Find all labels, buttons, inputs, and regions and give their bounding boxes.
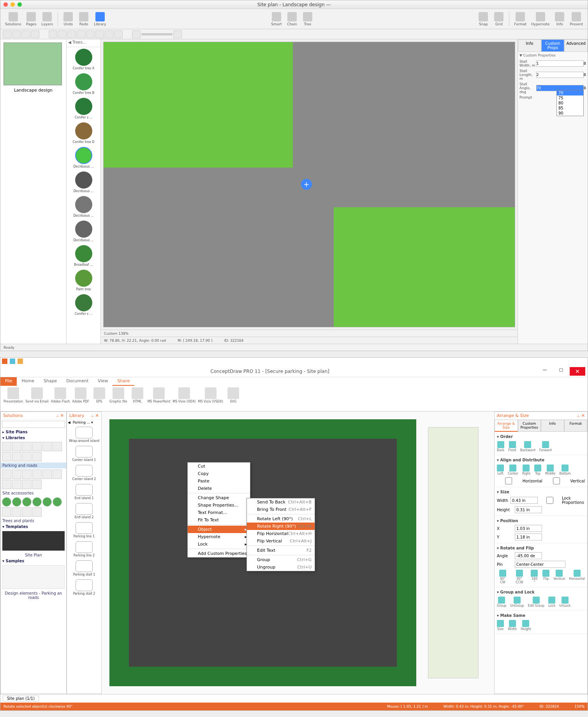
add-icon[interactable]: + [301, 179, 312, 190]
icon-button[interactable]: Back [497, 441, 504, 452]
angle-option[interactable]: 70 [557, 90, 583, 95]
ribbon-button[interactable]: MS Visio (VSDX) [198, 387, 223, 403]
tab-custom[interactable]: Custom Properties [518, 420, 541, 432]
tool-e[interactable] [86, 30, 95, 38]
icon-button[interactable]: Left [497, 464, 504, 475]
pin-select[interactable] [515, 561, 565, 568]
minimize-icon[interactable]: — [537, 367, 553, 376]
library-item[interactable]: Conifer tree A [67, 47, 100, 72]
page-tab[interactable]: Site plan (1/1) [3, 696, 39, 701]
library-item[interactable]: Parking line 2 [67, 540, 101, 559]
tab-info[interactable]: Info [518, 39, 541, 52]
tab-format[interactable]: Format [564, 420, 588, 432]
icon-button[interactable]: Backward [520, 441, 535, 452]
library-item[interactable]: Conifer tree D [67, 121, 100, 145]
tool-c[interactable] [67, 30, 76, 38]
ribbon-button[interactable]: EPS [92, 387, 107, 403]
icon-button[interactable]: Size [497, 620, 504, 631]
menu-item[interactable]: Edit TextF2 [247, 547, 315, 554]
menu-item[interactable]: Send To BackCtrl+Alt+B [247, 498, 315, 506]
qa-icon[interactable] [18, 358, 23, 364]
stall-length-input[interactable] [536, 72, 584, 78]
menu-item[interactable]: Text Format... [188, 509, 250, 516]
shape-tool[interactable] [31, 30, 39, 38]
angle-input[interactable] [515, 552, 542, 559]
angle-option[interactable]: 75 [557, 95, 583, 101]
tab-view[interactable]: View [93, 377, 113, 386]
icon-button[interactable]: Vertical [553, 570, 565, 584]
icon-button[interactable]: Group [497, 597, 506, 608]
vertical-check[interactable] [545, 477, 568, 484]
library-item[interactable]: Wrap-around island [67, 425, 101, 444]
library-item[interactable]: Deciduous ... [67, 145, 100, 170]
menu-item[interactable]: Paste [188, 477, 250, 485]
tool-a[interactable] [49, 30, 57, 38]
tool-b[interactable] [58, 30, 67, 38]
zoom-display[interactable]: 150% [574, 705, 584, 708]
library-item[interactable]: Parking stall 1 [67, 559, 101, 578]
tree-button[interactable]: Tree [301, 11, 315, 27]
ribbon-button[interactable]: Graphic file [109, 387, 127, 403]
library-item[interactable]: End island 2 [67, 502, 101, 521]
menu-item[interactable]: Shape Properties... [188, 502, 250, 509]
maximize-icon[interactable]: ▢ [553, 367, 569, 376]
tab-advanced[interactable]: Advanced [564, 39, 588, 52]
x-input[interactable] [515, 525, 542, 532]
snap-button[interactable]: Snap [476, 11, 490, 27]
zoom-select[interactable]: Custom 138% [104, 332, 129, 336]
redo-button[interactable]: Redo [77, 11, 91, 27]
pin-icon[interactable]: ⟂ ✕ [91, 413, 99, 418]
solutions-search[interactable] [2, 421, 65, 428]
tree-templates[interactable]: ▾ Templates [1, 524, 66, 530]
tab-info2[interactable]: Info [541, 420, 564, 432]
tab-document[interactable]: Document [62, 377, 93, 386]
library-item[interactable]: Center island 2 [67, 463, 101, 482]
ribbon-button[interactable]: MS Visio (VDX) [173, 387, 195, 403]
ribbon-button[interactable]: Adobe PDF [72, 387, 89, 403]
menu-item[interactable]: Copy [188, 470, 250, 477]
library-item[interactable]: End island 1 [67, 482, 101, 502]
library-item[interactable]: Conifer tree B [67, 72, 100, 96]
info-button[interactable]: Info [553, 11, 567, 27]
menu-item[interactable]: Hypernote▸ [188, 533, 250, 540]
menu-item[interactable]: Flip VerticalCtrl+Alt+J [247, 537, 315, 545]
library-item[interactable]: Conifer s ... [67, 96, 100, 121]
tool-d[interactable] [77, 30, 85, 38]
tree-site-plans[interactable]: ▸ Site Plans [1, 429, 66, 435]
tree-libraries[interactable]: ▾ Libraries [1, 435, 66, 441]
canvas[interactable]: + [103, 42, 515, 327]
menu-item[interactable]: Change Shape [188, 494, 250, 502]
zoom-in-icon[interactable] [173, 30, 182, 38]
zoom-out-icon[interactable] [132, 30, 141, 38]
width-input[interactable] [511, 497, 538, 504]
sample-thumb[interactable] [2, 565, 65, 589]
library-dropdown[interactable]: ◀ Trees... [67, 39, 100, 47]
icon-button[interactable]: UnGroup [510, 597, 524, 608]
icon-button[interactable]: Edit Group [528, 597, 544, 608]
library-item[interactable]: Conifer s ... [67, 293, 100, 317]
icon-button[interactable]: Width [508, 620, 517, 631]
icon-button[interactable]: Forward [539, 441, 552, 452]
menu-item[interactable]: Object▸ [188, 526, 250, 533]
menu-item[interactable]: Rotate Left (90°)Ctrl+L [247, 515, 315, 523]
menu-item[interactable]: Delete [188, 485, 250, 492]
close-icon[interactable]: ✕ [570, 367, 585, 376]
menu-item[interactable]: Add Custom Properties [188, 550, 250, 557]
icon-button[interactable]: Right [522, 464, 530, 475]
tab-share[interactable]: Share [113, 377, 134, 386]
tool-h[interactable] [114, 30, 123, 38]
library-item[interactable]: Deciduous ... [67, 194, 100, 219]
lib-swatch[interactable] [1, 496, 66, 518]
pin-icon[interactable]: ⟂ ✕ [56, 413, 64, 418]
ribbon-button[interactable]: HTML [130, 387, 145, 403]
menu-item[interactable]: UngroupCtrl+U [247, 563, 315, 571]
library-item[interactable]: Palm tree [67, 268, 100, 293]
icon-button[interactable]: Height [521, 620, 531, 631]
tab-arrange[interactable]: Arrange & Size [495, 420, 518, 432]
library-item[interactable]: Broadleaf ... [67, 244, 100, 268]
menu-item[interactable]: Lock▸ [188, 540, 250, 548]
pages-button[interactable]: Pages [24, 11, 38, 27]
zoom-slider[interactable] [141, 33, 173, 35]
page-thumbnail[interactable] [4, 42, 62, 85]
layers-button[interactable]: Layers [40, 11, 55, 27]
